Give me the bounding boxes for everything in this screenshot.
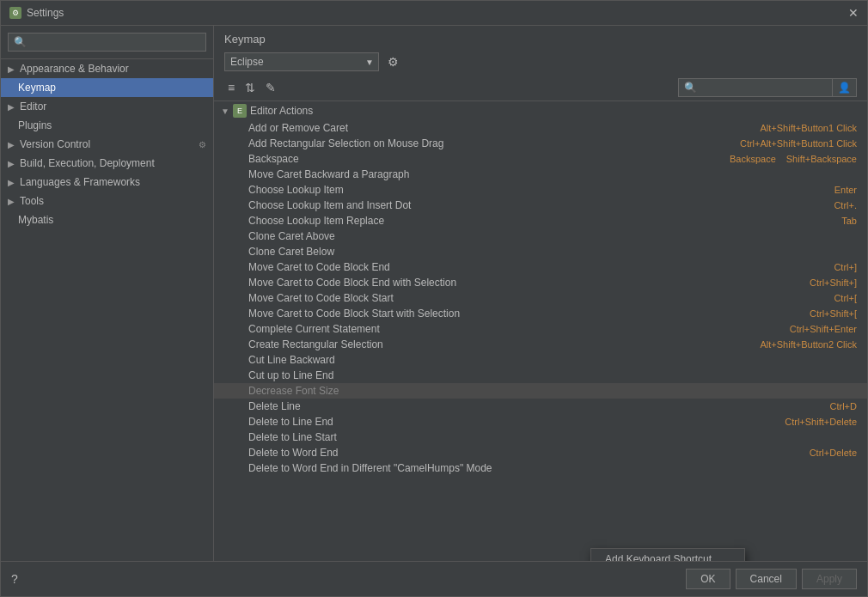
cancel-button[interactable]: Cancel (736, 569, 797, 589)
keymap-search-input[interactable] (678, 78, 833, 97)
sidebar-item-version-control[interactable]: ▶ Version Control ⚙ (1, 135, 213, 154)
help-button[interactable]: ? (11, 572, 18, 586)
keymap-settings-button[interactable]: ⚙ (384, 53, 402, 70)
footer: ? OK Cancel Apply (1, 561, 867, 596)
keymap-title: Keymap (214, 26, 867, 49)
title-bar-left: ⚙ Settings (9, 7, 64, 19)
settings-window: ⚙ Settings ✕ ▶ Appearance & Behavior Key… (0, 0, 868, 597)
table-row[interactable]: Move Caret to Code Block End Ctrl+] (214, 259, 867, 275)
section-editor-label: Editor Actions (250, 105, 313, 117)
chevron-right-icon: ▶ (8, 197, 16, 206)
keymap-scheme-wrapper: Eclipse ▼ (224, 52, 379, 71)
sidebar-item-tools[interactable]: ▶ Tools (1, 192, 213, 210)
context-menu: Add Keyboard Shortcut Add Mouse Shortcut… (590, 548, 745, 561)
table-row[interactable]: Delete to Word End in Different "CamelHu… (214, 460, 867, 476)
keymap-controls: Eclipse ▼ ⚙ (214, 49, 867, 75)
table-row-decrease-font[interactable]: Decrease Font Size (214, 383, 867, 399)
table-row[interactable]: Choose Lookup Item Replace Tab (214, 213, 867, 228)
context-menu-item-keyboard[interactable]: Add Keyboard Shortcut (591, 549, 744, 561)
sidebar-item-appearance[interactable]: ▶ Appearance & Behavior (1, 59, 213, 78)
apply-button[interactable]: Apply (802, 569, 857, 589)
footer-buttons: OK Cancel Apply (686, 569, 857, 589)
main-panel: Keymap Eclipse ▼ ⚙ ≡ ⇅ ✎ 👤 (214, 26, 867, 561)
table-row[interactable]: Add Rectangular Selection on Mouse Drag … (214, 136, 867, 151)
keymap-toolbar: ≡ ⇅ ✎ 👤 (214, 75, 867, 101)
chevron-right-icon: ▶ (8, 140, 16, 149)
chevron-right-icon: ▶ (8, 64, 16, 74)
chevron-right-icon: ▶ (8, 178, 16, 187)
expand-all-button[interactable]: ≡ (224, 79, 238, 96)
table-row[interactable]: Delete to Line End Ctrl+Shift+Delete (214, 414, 867, 429)
sidebar-tree: ▶ Appearance & Behavior Keymap ▶ Editor … (1, 59, 213, 561)
table-row[interactable]: Move Caret to Code Block Start with Sele… (214, 306, 867, 321)
table-row[interactable]: Choose Lookup Item and Insert Dot Ctrl+. (214, 198, 867, 213)
table-row[interactable]: Complete Current Statement Ctrl+Shift+En… (214, 321, 867, 337)
table-row[interactable]: Choose Lookup Item Enter (214, 182, 867, 198)
keymap-search-button[interactable]: 👤 (833, 78, 857, 97)
chevron-right-icon: ▶ (8, 102, 16, 112)
sidebar-item-languages[interactable]: ▶ Languages & Frameworks (1, 173, 213, 192)
ok-button[interactable]: OK (686, 569, 730, 589)
sidebar-item-build[interactable]: ▶ Build, Execution, Deployment (1, 154, 213, 173)
section-editor-header[interactable]: ▼ E Editor Actions (214, 101, 867, 120)
section-editor-icon: E (233, 104, 247, 118)
table-row[interactable]: Delete to Line Start (214, 429, 867, 445)
sort-button[interactable]: ⇅ (241, 79, 259, 96)
keymap-list-container: ▼ E Editor Actions Add or Remove Caret A… (214, 101, 867, 561)
title-bar: ⚙ Settings ✕ (1, 1, 867, 26)
table-row[interactable]: Create Rectangular Selection Alt+Shift+B… (214, 337, 867, 352)
toolbar-search-wrapper: 👤 (678, 78, 857, 97)
table-row[interactable]: Delete Line Ctrl+D (214, 399, 867, 414)
table-row[interactable]: Clone Caret Above (214, 228, 867, 244)
table-row[interactable]: Clone Caret Below (214, 244, 867, 259)
table-row[interactable]: Move Caret Backward a Paragraph (214, 167, 867, 182)
sidebar-search-input[interactable] (8, 33, 206, 52)
close-button[interactable]: ✕ (848, 6, 859, 20)
sidebar-item-keymap[interactable]: Keymap (1, 78, 213, 97)
gear-icon: ⚙ (199, 140, 206, 149)
table-row[interactable]: Move Caret to Code Block End with Select… (214, 275, 867, 290)
sidebar: ▶ Appearance & Behavior Keymap ▶ Editor … (1, 26, 214, 561)
content-area: ▶ Appearance & Behavior Keymap ▶ Editor … (1, 26, 867, 561)
table-row[interactable]: Move Caret to Code Block Start Ctrl+[ (214, 290, 867, 306)
table-row[interactable]: Backspace Backspace Shift+Backspace (214, 151, 867, 167)
edit-button[interactable]: ✎ (262, 79, 279, 96)
window-title: Settings (27, 7, 64, 19)
table-row[interactable]: Cut up to Line End (214, 368, 867, 383)
keymap-scheme-select[interactable]: Eclipse (224, 52, 379, 71)
table-row[interactable]: Add or Remove Caret Alt+Shift+Button1 Cl… (214, 120, 867, 136)
table-row[interactable]: Cut Line Backward (214, 352, 867, 368)
chevron-right-icon: ▶ (8, 159, 16, 168)
table-row[interactable]: Delete to Word End Ctrl+Delete (214, 445, 867, 460)
sidebar-search-box (1, 26, 213, 59)
sidebar-item-editor[interactable]: ▶ Editor (1, 97, 213, 116)
sidebar-item-mybatis[interactable]: Mybatis (1, 210, 213, 229)
keymap-list: ▼ E Editor Actions Add or Remove Caret A… (214, 101, 867, 476)
section-chevron-icon: ▼ (221, 107, 229, 116)
settings-icon: ⚙ (9, 7, 21, 19)
sidebar-item-plugins[interactable]: Plugins (1, 116, 213, 135)
